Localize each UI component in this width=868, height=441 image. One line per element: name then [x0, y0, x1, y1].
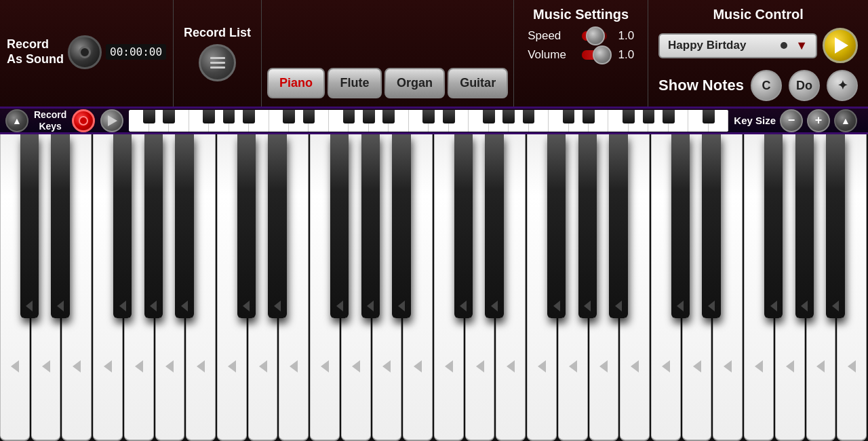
record-keys-record-button[interactable]	[72, 109, 95, 132]
music-control-section: Music Control Happy Birtday ▼ Show Notes…	[648, 0, 868, 107]
piano-section	[0, 134, 868, 441]
list-line-3	[210, 66, 225, 69]
top-bar: Record As Sound 00:00:00 Record List Pia…	[0, 0, 868, 109]
record-sound-section: Record As Sound 00:00:00	[0, 0, 174, 107]
black-key[interactable]	[237, 134, 256, 318]
song-dropdown[interactable]: Happy Birtday ▼	[658, 33, 817, 58]
scroll-up-button[interactable]: ▲	[5, 109, 28, 132]
record-keys-bar: ▲ Record Keys Key Size − + ▲	[0, 109, 868, 134]
play-triangle-icon	[835, 37, 848, 54]
guitar-button[interactable]: Guitar	[448, 68, 508, 98]
flute-button[interactable]: Flute	[328, 68, 382, 98]
piano-button[interactable]: Piano	[267, 68, 325, 98]
music-settings-section: Music Settings Speed 1.0 Volume 1.0	[514, 0, 648, 107]
song-dot-indicator: ▼	[781, 39, 808, 53]
music-control-title: Music Control	[658, 7, 858, 22]
key-size-section: Key Size − + ▲	[734, 109, 863, 132]
record-sound-top: Record As Sound 00:00:00	[7, 35, 166, 69]
black-key[interactable]	[330, 134, 349, 318]
black-key[interactable]	[485, 134, 503, 318]
record-list-section: Record List	[174, 0, 262, 107]
black-key[interactable]	[795, 134, 814, 318]
record-knob-inner	[79, 46, 91, 58]
play-tri-small-icon	[108, 115, 117, 126]
speed-value: 1.0	[614, 29, 634, 43]
note-do-button[interactable]: Do	[789, 70, 820, 101]
timer-display: 00:00:00	[106, 44, 166, 60]
dropdown-arrow-icon: ▼	[795, 39, 808, 53]
black-key[interactable]	[764, 134, 783, 318]
speed-label: Speed	[528, 29, 575, 43]
music-control-play-button[interactable]	[823, 28, 858, 63]
record-keys-label: Record Keys	[34, 109, 66, 132]
black-key[interactable]	[268, 134, 286, 318]
list-line-2	[210, 62, 225, 64]
key-size-label: Key Size	[734, 115, 776, 126]
record-keys-play-button[interactable]	[100, 109, 123, 132]
record-circle-icon	[79, 116, 88, 126]
black-key[interactable]	[361, 134, 380, 318]
show-notes-label: Show Notes	[658, 77, 744, 94]
note-star-button[interactable]: ✦	[827, 70, 858, 101]
volume-slider-row: Volume 1.0	[528, 48, 634, 62]
list-lines-icon	[210, 57, 225, 69]
volume-slider-thumb[interactable]	[593, 45, 612, 64]
record-list-knob[interactable]	[199, 44, 236, 81]
organ-button[interactable]: Organ	[384, 68, 445, 98]
black-key[interactable]	[578, 134, 597, 318]
record-sound-label: Record As Sound	[7, 37, 64, 66]
record-sound-knob[interactable]	[68, 35, 102, 69]
list-line-1	[210, 57, 225, 59]
volume-label: Volume	[528, 48, 575, 62]
black-key[interactable]	[20, 134, 39, 318]
volume-slider-track[interactable]	[582, 50, 607, 60]
song-selector-row: Happy Birtday ▼	[658, 28, 858, 63]
black-key[interactable]	[392, 134, 410, 318]
song-dot	[781, 42, 787, 49]
black-key[interactable]	[113, 134, 132, 318]
key-size-increase-button[interactable]: +	[807, 109, 830, 132]
black-key[interactable]	[547, 134, 566, 318]
speed-slider-thumb[interactable]	[586, 26, 605, 45]
key-size-decrease-button[interactable]: −	[780, 109, 803, 132]
black-key[interactable]	[826, 134, 844, 318]
music-settings-title: Music Settings	[528, 7, 634, 22]
mini-keyboard-strip	[129, 110, 728, 132]
black-key[interactable]	[454, 134, 473, 318]
black-key[interactable]	[175, 134, 193, 318]
black-key[interactable]	[144, 134, 163, 318]
note-c-button[interactable]: C	[751, 70, 782, 101]
black-key[interactable]	[671, 134, 690, 318]
black-key[interactable]	[609, 134, 627, 318]
speed-slider-track[interactable]	[582, 31, 607, 41]
record-list-label: Record List	[184, 26, 251, 40]
song-name: Happy Birtday	[668, 39, 746, 52]
show-notes-row: Show Notes C Do ✦	[658, 70, 858, 101]
speed-slider-row: Speed 1.0	[528, 29, 634, 43]
instrument-section: Piano Flute Organ Guitar	[262, 0, 514, 107]
volume-value: 1.0	[614, 48, 634, 62]
scroll-up-right-button[interactable]: ▲	[834, 109, 857, 132]
black-key[interactable]	[51, 134, 69, 318]
black-key[interactable]	[702, 134, 720, 318]
